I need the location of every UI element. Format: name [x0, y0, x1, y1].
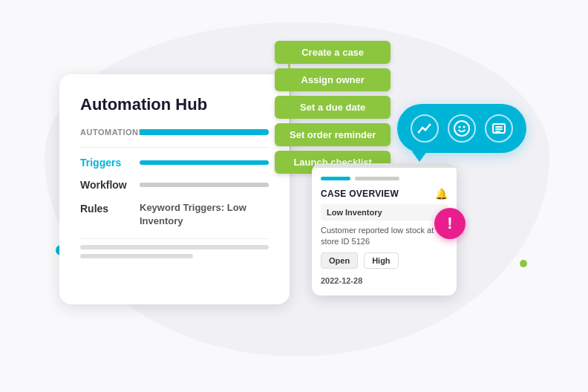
- speech-bubble: [397, 104, 526, 153]
- smile-icon: [448, 114, 476, 143]
- automation-hub-card: Automation Hub AUTOMATIONS Triggers Work…: [59, 74, 290, 304]
- automations-bar: [140, 129, 269, 135]
- workflow-bar: [140, 183, 269, 187]
- case-date: 2022-12-28: [312, 273, 457, 285]
- rules-label: Rules: [80, 203, 140, 215]
- card-title: Automation Hub: [80, 95, 269, 114]
- workflow-row: Workflow: [80, 179, 269, 191]
- divider-1: [80, 147, 269, 148]
- bottom-bar-2: [80, 254, 193, 258]
- card-top-bars: [312, 171, 457, 183]
- rules-value: Keyword Triggers: Low Inventory: [140, 201, 269, 228]
- svg-point-3: [429, 124, 431, 126]
- triggers-row: Triggers: [80, 157, 269, 169]
- action-buttons-list: Create a case Assign owner Set a due dat…: [275, 41, 391, 174]
- workflow-label: Workflow: [80, 179, 140, 191]
- case-description: Customer reported low stock at store ID …: [321, 225, 448, 248]
- triggers-label: Triggers: [80, 157, 140, 169]
- svg-point-0: [418, 131, 420, 134]
- automations-label: AUTOMATIONS: [80, 128, 140, 137]
- list-icon: [485, 114, 513, 143]
- case-title-row: CASE OVERVIEW 🔔: [312, 183, 457, 204]
- case-status-row: Open High: [312, 252, 457, 273]
- open-status-badge: Open: [321, 252, 358, 269]
- set-due-date-button[interactable]: Set a due date: [275, 96, 391, 119]
- card-header-bar: [312, 163, 457, 168]
- svg-point-1: [422, 127, 424, 129]
- rules-row: Rules Keyword Triggers: Low Inventory: [80, 201, 269, 228]
- top-bar-gray: [355, 177, 399, 180]
- high-status-badge: High: [364, 252, 398, 269]
- top-bar-blue: [321, 177, 350, 180]
- divider-2: [80, 238, 269, 239]
- automations-row: AUTOMATIONS: [80, 128, 269, 137]
- case-tag: Low Inventory: [321, 204, 448, 220]
- bottom-bar-1: [80, 245, 269, 249]
- create-case-button[interactable]: Create a case: [275, 41, 391, 64]
- set-order-reminder-button[interactable]: Set order reminder: [275, 123, 391, 146]
- svg-point-6: [463, 126, 466, 128]
- alert-symbol: !: [447, 214, 452, 233]
- alert-badge: !: [434, 208, 466, 239]
- assign-owner-button[interactable]: Assign owner: [275, 68, 391, 91]
- svg-point-5: [459, 126, 461, 128]
- scene: Create a case Assign owner Set a due dat…: [0, 0, 588, 392]
- triggers-bar: [140, 160, 269, 165]
- case-title: CASE OVERVIEW: [321, 189, 399, 199]
- svg-point-2: [425, 129, 427, 131]
- bell-icon: 🔔: [435, 188, 448, 200]
- dot-green: [520, 260, 527, 267]
- svg-point-4: [454, 121, 469, 136]
- chart-icon: [411, 114, 439, 143]
